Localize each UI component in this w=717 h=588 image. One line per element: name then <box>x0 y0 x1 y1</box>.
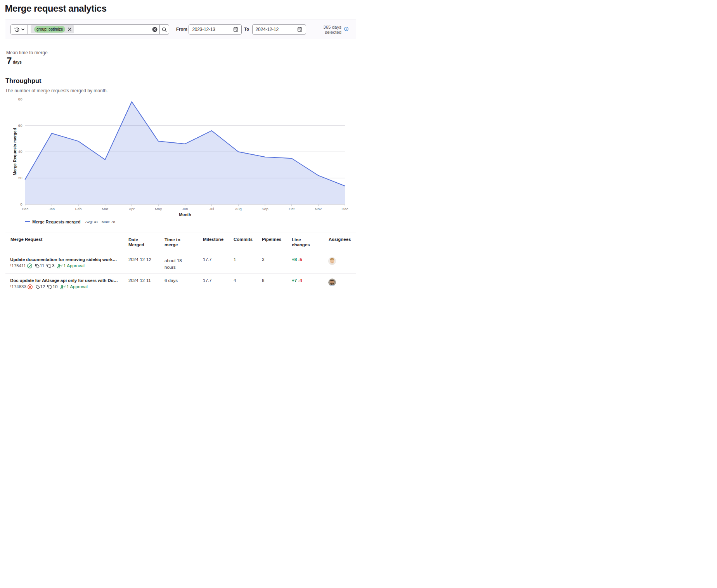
svg-text:Jan: Jan <box>49 207 55 211</box>
svg-text:Aug: Aug <box>235 207 242 211</box>
svg-text:Jul: Jul <box>209 207 214 211</box>
svg-text:80: 80 <box>18 97 23 101</box>
svg-text:Dec: Dec <box>22 207 28 211</box>
svg-text:Jun: Jun <box>182 207 188 211</box>
svg-text:May: May <box>155 207 162 211</box>
svg-text:Mar: Mar <box>102 207 109 211</box>
svg-text:Sep: Sep <box>262 207 268 211</box>
svg-text:60: 60 <box>18 123 23 128</box>
svg-text:Month: Month <box>179 212 191 217</box>
svg-text:40: 40 <box>18 149 23 154</box>
svg-text:Dec: Dec <box>342 207 348 211</box>
svg-text:20: 20 <box>18 176 23 180</box>
svg-text:Feb: Feb <box>75 207 82 211</box>
svg-text:Merge Requests merged: Merge Requests merged <box>12 128 17 175</box>
svg-text:Nov: Nov <box>315 207 322 211</box>
svg-text:0: 0 <box>20 202 22 206</box>
svg-text:Oct: Oct <box>289 207 294 211</box>
svg-text:Apr: Apr <box>129 207 135 211</box>
